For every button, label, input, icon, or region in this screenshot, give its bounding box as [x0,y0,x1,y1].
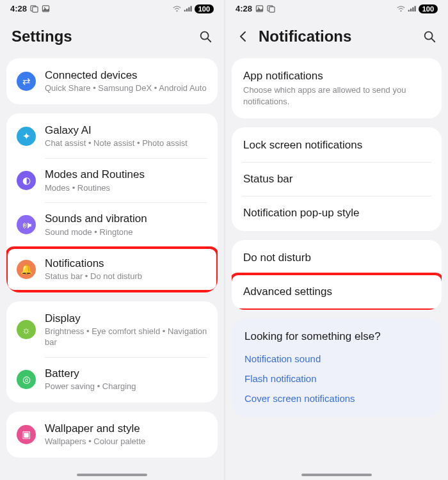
status-time: 4:28 [236,4,252,13]
row-title: Notifications [45,257,207,270]
settings-row-connected-devices[interactable]: ⇄Connected devicesQuick Share • Samsung … [6,60,218,103]
wifi-icon [173,4,181,13]
settings-row-notifications[interactable]: 🔔NotificationsStatus bar • Do not distur… [6,248,218,291]
row-subtitle: Quick Share • Samsung DeX • Android Auto [45,83,207,94]
svg-rect-18 [412,8,413,12]
status-time: 4:28 [10,4,27,13]
image-icon [42,4,50,13]
bell-icon: 🔔 [17,260,36,279]
row-subtitle: Status bar • Do not disturb [45,271,207,282]
notif-row-app-notifications[interactable]: App notificationsChoose which apps are a… [232,60,442,117]
notifications-screen: 4:28 100 Notifications [224,0,448,480]
svg-line-10 [207,38,211,42]
row-title: Battery [45,367,207,380]
battery-level: 100 [419,4,438,13]
svg-point-4 [176,10,177,12]
back-button[interactable] [237,30,250,43]
settings-group: ⇄Connected devicesQuick Share • Samsung … [6,58,218,104]
settings-row-sounds-and-vibration[interactable]: 🕪Sounds and vibrationSound mode • Ringto… [6,203,218,246]
image-icon [255,4,264,13]
row-title: Wallpaper and style [45,422,207,435]
search-button[interactable] [198,29,212,44]
battery-level: 100 [195,4,214,13]
notif-row-status-bar[interactable]: Status bar [232,163,442,196]
page-title: Settings [12,28,72,45]
notif-row-lock-screen-notifications[interactable]: Lock screen notifications [232,129,442,162]
screenshot-icon [30,4,38,13]
notif-group: Do not disturbAdvanced settings [232,240,442,310]
wifi-icon [397,4,405,13]
svg-rect-5 [184,10,185,12]
notif-row-notification-pop-up-style[interactable]: Notification pop-up style [232,196,442,230]
suggestions-card: Looking for something else? Notification… [232,319,442,417]
battery-icon: ◎ [17,370,36,389]
row-title: Status bar [243,173,430,186]
nav-indicator[interactable] [77,474,147,476]
devices-icon: ⇄ [17,72,36,91]
row-subtitle: Choose which apps are allowed to send yo… [243,84,430,107]
row-title: Galaxy AI [45,124,207,137]
screenshot-icon [267,4,275,13]
svg-rect-1 [33,7,38,12]
svg-rect-16 [408,10,409,12]
notif-group: Lock screen notificationsStatus barNotif… [232,127,442,231]
notif-row-advanced-settings[interactable]: Advanced settings [232,275,442,308]
wallpaper-icon: ▣ [17,425,36,444]
svg-rect-8 [190,6,191,12]
row-title: Modes and Routines [45,168,207,181]
header: Notifications [225,16,448,58]
settings-group: ☼DisplayBrightness • Eye comfort shield … [6,301,218,403]
svg-rect-6 [186,9,188,12]
notif-group: App notificationsChoose which apps are a… [232,58,442,118]
row-title: Advanced settings [243,285,430,298]
search-button[interactable] [422,29,436,44]
signal-icon [408,4,416,13]
status-bar: 4:28 100 [225,0,448,16]
suggestions-heading: Looking for something else? [244,330,429,343]
suggest-link[interactable]: Notification sound [244,353,429,364]
page-title: Notifications [259,28,351,45]
settings-screen: 4:28 100 Settings ⇄Connected devicesQuic… [0,0,224,480]
svg-rect-7 [188,8,189,12]
svg-rect-17 [410,9,412,12]
svg-rect-19 [414,6,415,12]
svg-rect-14 [269,7,275,12]
display-icon: ☼ [17,320,36,339]
suggest-link[interactable]: Cover screen notifications [244,393,429,404]
row-title: Connected devices [45,68,207,82]
row-title: Do not disturb [243,252,430,264]
row-subtitle: Chat assist • Note assist • Photo assist [45,138,207,149]
svg-point-3 [44,7,45,8]
row-subtitle: Power saving • Charging [45,381,207,392]
settings-row-wallpaper-and-style[interactable]: ▣Wallpaper and styleWallpapers • Colour … [6,413,218,456]
settings-row-galaxy-ai[interactable]: ✦Galaxy AIChat assist • Note assist • Ph… [6,115,218,158]
row-subtitle: Sound mode • Ringtone [45,227,207,238]
settings-group: ▣Wallpaper and styleWallpapers • Colour … [6,412,218,458]
row-subtitle: Modes • Routines [45,183,207,194]
row-title: Display [45,312,207,325]
row-title: App notifications [243,70,430,83]
row-title: Sounds and vibration [45,212,207,225]
svg-point-15 [400,10,401,12]
notif-row-do-not-disturb[interactable]: Do not disturb [232,241,442,275]
sound-icon: 🕪 [17,215,36,234]
svg-point-12 [258,7,259,8]
nav-indicator[interactable] [301,474,372,476]
status-bar: 4:28 100 [0,0,224,16]
modes-icon: ◐ [17,171,36,190]
settings-row-battery[interactable]: ◎BatteryPower saving • Charging [6,358,218,401]
settings-group: ✦Galaxy AIChat assist • Note assist • Ph… [6,113,218,292]
row-title: Notification pop-up style [243,207,430,220]
settings-row-modes-and-routines[interactable]: ◐Modes and RoutinesModes • Routines [6,159,218,202]
svg-line-21 [431,38,435,42]
row-subtitle: Wallpapers • Colour palette [45,436,207,447]
suggest-link[interactable]: Flash notification [244,373,429,384]
row-title: Lock screen notifications [243,139,430,152]
galaxy-ai-icon: ✦ [17,127,36,146]
settings-row-display[interactable]: ☼DisplayBrightness • Eye comfort shield … [6,303,218,357]
row-subtitle: Brightness • Eye comfort shield • Naviga… [45,326,207,348]
header: Settings [0,16,224,58]
signal-icon [184,4,192,13]
